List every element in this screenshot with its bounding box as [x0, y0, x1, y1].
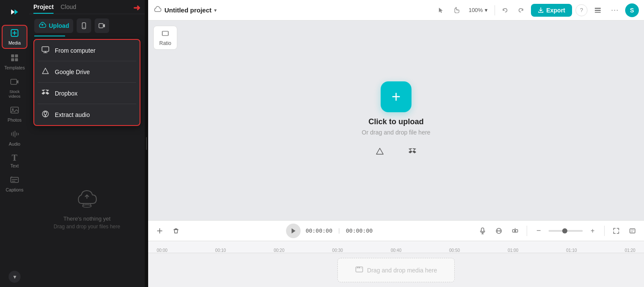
ruler-mark-8: 01:20 — [625, 248, 635, 253]
drop-media-zone[interactable]: Drag and drop media here — [337, 258, 454, 282]
toolbar-separator-1 — [495, 5, 495, 15]
video-tab-btn[interactable] — [95, 18, 109, 33]
help-btn[interactable]: ? — [575, 4, 587, 16]
delete-btn[interactable] — [170, 224, 182, 237]
sidebar-item-media[interactable]: Media — [2, 25, 27, 49]
ruler-mark-1: 00:10 — [215, 248, 226, 253]
timeline-separator-2 — [604, 226, 605, 236]
upload-cta-title: Click to upload — [368, 117, 423, 126]
svg-rect-6 — [11, 79, 17, 84]
export-btn[interactable]: Export — [531, 4, 572, 17]
sidebar-item-text[interactable]: T Text — [2, 151, 27, 171]
timeline-separator — [527, 226, 527, 236]
panel-empty-state: There's nothing yet Drag and drop your f… — [29, 129, 145, 287]
upload-plus-btn[interactable]: + — [381, 81, 411, 112]
panel-tabs-row: Upload — [29, 14, 145, 37]
sidebar-nav: Media Templates Stock videos — [0, 0, 29, 287]
extract-audio-item[interactable]: Extract audio — [34, 104, 140, 125]
upload-dropdown-menu: From computer Google Drive Dropbox — [33, 39, 140, 126]
sidebar-item-templates-label: Templates — [4, 65, 25, 70]
main-area: Untitled project ▾ 100% ▾ — [148, 0, 644, 287]
media-icon — [10, 28, 19, 39]
svg-rect-3 — [15, 54, 18, 57]
sidebar-item-templates[interactable]: Templates — [2, 51, 27, 73]
tab-underline-container — [29, 36, 145, 36]
svg-point-8 — [12, 108, 14, 110]
dropbox-item[interactable]: Dropbox — [34, 83, 140, 104]
plus-icon: + — [391, 89, 400, 105]
zoom-value: 100% — [468, 7, 483, 13]
sidebar-item-captions[interactable]: Captions — [2, 173, 27, 195]
drop-media-text: Drag and drop media here — [367, 267, 437, 274]
svg-rect-35 — [513, 230, 515, 232]
transition-btn[interactable] — [492, 224, 505, 237]
hand-tool-btn[interactable] — [450, 3, 463, 17]
stack-btn[interactable] — [591, 3, 605, 17]
mic-btn[interactable] — [476, 224, 489, 237]
tab-project[interactable]: Project — [33, 3, 54, 14]
google-drive-icon — [41, 67, 50, 77]
time-current: 00:00:00 — [306, 227, 333, 234]
time-separator: | — [337, 227, 341, 234]
dropbox-label: Dropbox — [55, 90, 78, 97]
ruler-mark-4: 00:40 — [391, 248, 401, 253]
templates-icon — [10, 53, 19, 64]
panel-resize-handle[interactable] — [145, 0, 148, 287]
undo-btn[interactable] — [498, 3, 512, 17]
sidebar-item-photos[interactable]: Photos — [2, 103, 27, 125]
time-display: 00:00:00 | 00:00:00 — [306, 227, 373, 234]
upload-tab-btn[interactable]: Upload — [34, 19, 73, 33]
play-btn[interactable] — [286, 224, 301, 238]
svg-rect-21 — [595, 10, 601, 11]
sidebar-item-media-label: Media — [9, 40, 21, 45]
phone-tab-btn[interactable] — [77, 18, 91, 33]
fullscreen-timeline-btn[interactable] — [626, 224, 639, 237]
timeline-right-controls: − + — [476, 224, 639, 237]
fit-timeline-btn[interactable] — [610, 224, 623, 237]
extract-audio-label: Extract audio — [55, 111, 90, 118]
captions-icon — [10, 175, 19, 186]
sidebar-item-text-label: Text — [10, 163, 18, 168]
tab-cloud[interactable]: Cloud — [60, 3, 76, 14]
ruler-mark-0: 00:00 — [157, 248, 167, 253]
upload-cloud-icon — [39, 21, 46, 30]
zoom-display[interactable]: 100% ▾ — [465, 5, 491, 15]
sidebar-item-stock-videos[interactable]: Stock videos — [2, 75, 27, 101]
sidebar-bottom: ▾ — [9, 267, 21, 283]
trim-btn[interactable] — [153, 224, 166, 237]
from-computer-item[interactable]: From computer — [34, 40, 140, 61]
google-drive-label: Google Drive — [55, 69, 90, 75]
ratio-btn[interactable]: Ratio — [153, 26, 177, 50]
time-total: 00:00:00 — [346, 227, 373, 234]
avatar-letter: S — [630, 7, 634, 14]
upload-active-underline — [34, 36, 65, 36]
zoom-out-timeline-btn[interactable]: − — [532, 224, 545, 237]
topbar-right: Export ? ··· S — [531, 3, 639, 17]
google-drive-upload-btn[interactable] — [366, 143, 394, 160]
timeline-tracks[interactable]: Drag and drop media here — [148, 253, 644, 287]
title-chevron-icon[interactable]: ▾ — [214, 7, 217, 13]
sidebar-item-audio-label: Audio — [9, 141, 21, 146]
timeline-zoom-slider[interactable] — [549, 230, 583, 232]
google-drive-item[interactable]: Google Drive — [34, 61, 140, 82]
sidebar-item-audio[interactable]: Audio — [2, 127, 27, 149]
dropbox-upload-btn[interactable] — [399, 143, 426, 160]
zoom-in-timeline-btn[interactable]: + — [586, 224, 599, 237]
more-btn[interactable]: ··· — [608, 3, 622, 17]
topbar: Untitled project ▾ 100% ▾ — [148, 0, 644, 21]
user-avatar[interactable]: S — [625, 3, 639, 17]
upload-cta-subtitle: Or drag and drop file here — [362, 129, 430, 136]
text-icon: T — [12, 153, 17, 162]
split-btn[interactable] — [509, 224, 522, 237]
canvas-area[interactable]: Ratio + Click to upload Or drag and drop… — [148, 21, 644, 220]
panel-empty-cloud-icon — [75, 186, 99, 212]
svg-rect-2 — [11, 54, 14, 57]
sidebar-collapse-btn[interactable]: ▾ — [9, 271, 21, 283]
ruler-mark-7: 01:10 — [566, 248, 577, 253]
panel-empty-subtext: Drag and drop your files here — [54, 224, 120, 230]
redo-btn[interactable] — [514, 3, 528, 17]
timeline-ruler: 00:00 00:10 00:20 00:30 00:40 00:50 01:0… — [148, 241, 644, 253]
app-logo — [7, 4, 22, 20]
select-tool-btn[interactable] — [434, 3, 448, 17]
dropbox-icon — [41, 88, 50, 98]
